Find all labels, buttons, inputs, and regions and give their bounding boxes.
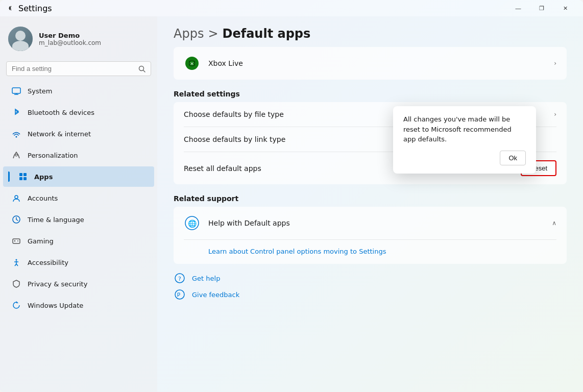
- time-icon: [11, 214, 21, 225]
- get-help-item[interactable]: ? Get help: [174, 272, 567, 284]
- sidebar-item-accounts-label: Accounts: [28, 194, 146, 202]
- popup-buttons: Ok: [403, 151, 526, 165]
- file-type-chevron-icon: ›: [554, 111, 556, 118]
- sidebar-item-time[interactable]: Time & language: [3, 209, 154, 230]
- sidebar-item-apps[interactable]: Apps: [3, 166, 154, 187]
- related-settings-card: Choose defaults by file type › Choose de…: [174, 102, 567, 184]
- svg-point-11: [15, 195, 18, 199]
- settings-window: Settings — ❐ ✕ User Demo m_lab@outlook.c…: [0, 0, 583, 392]
- user-name: User Demo: [39, 32, 101, 39]
- get-help-label: Get help: [192, 275, 220, 282]
- content-area: User Demo m_lab@outlook.com: [0, 16, 583, 392]
- give-feedback-label: Give feedback: [192, 291, 239, 299]
- breadcrumb-separator: >: [208, 27, 218, 41]
- svg-text:✕: ✕: [190, 61, 194, 66]
- learn-link[interactable]: Learn about Control panel options moving…: [208, 248, 386, 255]
- privacy-icon: [11, 279, 21, 289]
- xbox-live-label: Xbox Live: [208, 59, 554, 67]
- page-header: Apps > Default apps: [157, 16, 583, 47]
- svg-line-22: [16, 264, 18, 266]
- sidebar-item-privacy[interactable]: Privacy & security: [3, 274, 154, 294]
- learn-link-container: Learn about Control panel options moving…: [174, 240, 567, 264]
- svg-rect-9: [19, 177, 22, 180]
- user-email: m_lab@outlook.com: [39, 39, 101, 46]
- ok-button[interactable]: Ok: [500, 151, 526, 165]
- sidebar-item-time-label: Time & language: [28, 216, 146, 224]
- titlebar-controls: — ❐ ✕: [506, 0, 577, 16]
- user-section[interactable]: User Demo m_lab@outlook.com: [0, 20, 157, 59]
- xbox-live-icon: ✕: [184, 55, 200, 71]
- sidebar-item-privacy-label: Privacy & security: [28, 280, 146, 288]
- sidebar-item-update[interactable]: Windows Update: [3, 295, 154, 315]
- breadcrumb: Apps > Default apps: [174, 27, 567, 41]
- svg-rect-7: [19, 173, 22, 176]
- give-feedback-item[interactable]: Give feedback: [174, 288, 567, 301]
- titlebar: Settings — ❐ ✕: [0, 0, 583, 16]
- give-feedback-icon: [174, 288, 186, 301]
- minimize-button[interactable]: —: [506, 0, 530, 16]
- search-icon: [138, 65, 145, 72]
- accessibility-icon: [11, 257, 21, 267]
- update-icon: [11, 300, 21, 310]
- help-label: Help with Default apps: [208, 219, 552, 227]
- network-icon: [11, 129, 21, 139]
- search-box[interactable]: [6, 61, 151, 76]
- breadcrumb-current: Default apps: [223, 27, 311, 41]
- reset-apps-item[interactable]: Reset all default apps All changes you'v…: [174, 152, 567, 184]
- sidebar-item-accessibility-label: Accessibility: [28, 259, 146, 266]
- sidebar-item-apps-label: Apps: [34, 173, 146, 181]
- sidebar: User Demo m_lab@outlook.com: [0, 16, 157, 392]
- bluetooth-icon: [11, 107, 21, 117]
- scrollable-content: ✕ Xbox Live › Related settings Choose de…: [157, 47, 583, 392]
- breadcrumb-parent[interactable]: Apps: [174, 27, 204, 41]
- accounts-icon: [11, 193, 21, 203]
- svg-rect-10: [23, 177, 27, 180]
- support-card: 🌐 Help with Default apps ∧ Learn about C…: [174, 207, 567, 264]
- user-info: User Demo m_lab@outlook.com: [39, 32, 101, 46]
- chevron-up-icon: ∧: [552, 219, 556, 227]
- related-support-title: Related support: [174, 194, 567, 203]
- svg-line-1: [143, 70, 145, 72]
- personalization-icon: [11, 150, 21, 160]
- sidebar-item-bluetooth[interactable]: Bluetooth & devices: [3, 102, 154, 122]
- sidebar-item-accessibility[interactable]: Accessibility: [3, 252, 154, 273]
- maximize-button[interactable]: ❐: [530, 0, 553, 16]
- svg-point-17: [17, 240, 18, 241]
- avatar: [8, 27, 33, 51]
- window-title: Settings: [18, 4, 52, 13]
- svg-text:?: ?: [178, 276, 181, 282]
- xbox-live-card: ✕ Xbox Live ›: [174, 47, 567, 80]
- search-input[interactable]: [12, 65, 134, 72]
- sidebar-item-gaming-label: Gaming: [28, 237, 146, 245]
- sidebar-item-bluetooth-label: Bluetooth & devices: [28, 109, 146, 116]
- svg-rect-2: [12, 88, 20, 93]
- back-icon[interactable]: [6, 4, 14, 12]
- sidebar-item-update-label: Windows Update: [28, 302, 146, 309]
- apps-icon: [18, 172, 28, 182]
- svg-point-6: [15, 154, 17, 156]
- svg-text:🌐: 🌐: [188, 219, 197, 228]
- sidebar-item-personalization-label: Personalization: [28, 152, 146, 159]
- active-indicator: [8, 172, 10, 182]
- system-icon: [11, 86, 21, 96]
- xbox-chevron-icon: ›: [554, 60, 556, 67]
- sidebar-item-gaming[interactable]: Gaming: [3, 231, 154, 251]
- help-header[interactable]: 🌐 Help with Default apps ∧: [174, 207, 567, 239]
- titlebar-left: Settings: [6, 4, 52, 13]
- footer-links: ? Get help Give feedback: [174, 272, 567, 301]
- sidebar-item-personalization[interactable]: Personalization: [3, 145, 154, 165]
- help-icon: 🌐: [184, 215, 200, 231]
- close-button[interactable]: ✕: [553, 0, 577, 16]
- svg-rect-13: [13, 239, 20, 243]
- popup-text: All changes you've made will be reset to…: [403, 114, 526, 144]
- sidebar-item-accounts[interactable]: Accounts: [3, 188, 154, 208]
- svg-point-5: [16, 136, 17, 138]
- sidebar-item-system[interactable]: System: [3, 81, 154, 101]
- xbox-live-item[interactable]: ✕ Xbox Live ›: [174, 47, 567, 80]
- svg-rect-8: [23, 173, 27, 176]
- related-settings-title: Related settings: [174, 90, 567, 98]
- get-help-icon: ?: [174, 272, 186, 284]
- sidebar-item-network[interactable]: Network & internet: [3, 124, 154, 144]
- reset-popup: All changes you've made will be reset to…: [393, 106, 536, 174]
- sidebar-item-network-label: Network & internet: [28, 130, 146, 138]
